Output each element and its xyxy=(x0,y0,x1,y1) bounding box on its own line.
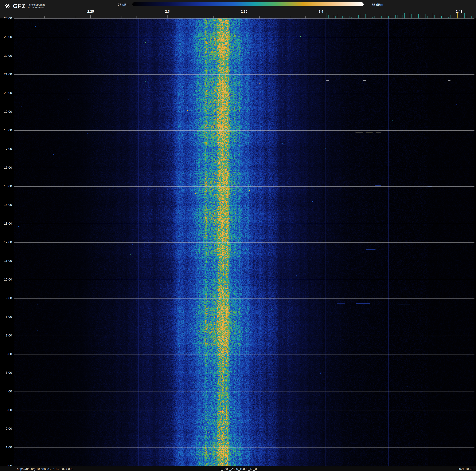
activity-tick xyxy=(379,15,379,18)
activity-tick xyxy=(421,15,421,18)
dataset-id-label: 1_2200_2500_10000_40_0 xyxy=(219,467,257,471)
colorbar-min-label: -75 dBm xyxy=(116,3,129,7)
activity-tick xyxy=(338,14,338,18)
hour-gridline xyxy=(14,280,475,280)
activity-tick xyxy=(393,15,393,18)
activity-tick xyxy=(462,15,462,18)
activity-tick xyxy=(331,15,331,18)
frequency-minor-tick xyxy=(167,15,168,18)
activity-tick xyxy=(333,15,333,18)
gfz-logo: GFZ Helmholtz Centre for Geosciences xyxy=(4,2,45,10)
activity-tick xyxy=(446,15,446,18)
gfz-logo-subtitle-line1: Helmholtz Centre xyxy=(28,3,45,6)
activity-tick xyxy=(460,15,460,18)
activity-tick xyxy=(441,16,442,18)
activity-tick xyxy=(469,14,469,18)
time-tick-label: 19:00 xyxy=(0,109,12,113)
activity-tick xyxy=(326,13,326,18)
activity-tick xyxy=(455,17,455,18)
time-tick-label: 5:00 xyxy=(0,371,12,375)
activity-tick xyxy=(448,17,448,18)
activity-tick xyxy=(374,16,375,18)
date-label: 2024-10-28 xyxy=(458,467,473,471)
hour-gridline xyxy=(14,205,475,205)
hour-gridline xyxy=(14,130,475,131)
time-tick-label: 22:00 xyxy=(0,54,12,57)
gfz-logo-text: GFZ xyxy=(13,3,26,9)
colorbar-max-label: -55 dBm xyxy=(370,3,383,7)
gfz-logo-icon xyxy=(4,2,11,10)
time-tick-label: 21:00 xyxy=(0,72,12,76)
activity-tick xyxy=(439,14,439,18)
activity-tick xyxy=(372,17,373,18)
time-tick-label: 15:00 xyxy=(0,184,12,188)
hour-gridline xyxy=(14,168,475,168)
hour-gridline xyxy=(14,429,475,429)
activity-tick xyxy=(352,17,352,18)
activity-tick xyxy=(423,16,423,18)
frequency-minor-tick xyxy=(290,17,290,18)
activity-tick xyxy=(388,17,389,18)
frequency-minor-tick xyxy=(213,17,214,18)
time-tick-label: 11:00 xyxy=(0,259,12,263)
activity-tick xyxy=(340,17,340,18)
time-tick-label: 17:00 xyxy=(0,147,12,151)
activity-tick xyxy=(402,15,402,18)
activity-tick xyxy=(377,15,377,18)
activity-tick xyxy=(365,14,366,18)
time-tick-label: 20:00 xyxy=(0,91,12,95)
time-tick-label: 10:00 xyxy=(0,277,12,281)
activity-tick xyxy=(453,17,453,18)
frequency-tick-row xyxy=(0,11,476,18)
activity-tick xyxy=(430,17,430,18)
activity-tick xyxy=(395,15,395,18)
frequency-minor-tick xyxy=(229,17,229,18)
time-tick-label: 8:00 xyxy=(0,315,12,319)
activity-tick xyxy=(432,13,432,18)
hour-gridline xyxy=(14,74,475,75)
activity-tick xyxy=(471,17,472,18)
frequency-minor-tick xyxy=(60,17,60,18)
activity-tick xyxy=(409,13,409,18)
activity-tick xyxy=(368,17,368,18)
hour-gridline xyxy=(14,336,475,336)
frequency-minor-tick xyxy=(306,17,306,18)
frequency-minor-tick xyxy=(259,17,260,18)
activity-tick xyxy=(443,15,444,18)
hour-gridline xyxy=(14,317,475,317)
activity-tick xyxy=(416,14,416,18)
activity-tick xyxy=(411,14,412,18)
hour-gridline xyxy=(14,224,475,224)
frequency-minor-tick xyxy=(275,17,275,18)
activity-tick xyxy=(386,14,386,18)
time-tick-label: 2:00 xyxy=(0,427,12,430)
time-tick-label: 23:00 xyxy=(0,35,12,39)
hour-gridline xyxy=(14,448,475,448)
activity-tick xyxy=(398,15,398,18)
time-tick-label: 9:00 xyxy=(0,296,12,300)
hour-gridline xyxy=(14,242,475,243)
activity-tick xyxy=(356,17,357,18)
activity-tick xyxy=(342,16,342,18)
frequency-minor-tick xyxy=(44,17,45,18)
hour-gridline xyxy=(14,37,475,37)
time-tick-label: 6:00 xyxy=(0,352,12,356)
doi-link[interactable]: https://doi.org/10.5880/GFZ.1.2.2024.003 xyxy=(17,467,73,471)
activity-tick xyxy=(391,16,391,18)
frequency-minor-tick xyxy=(183,17,183,18)
activity-tick xyxy=(328,15,329,18)
activity-tick xyxy=(427,16,428,18)
time-tick-label: 7:00 xyxy=(0,333,12,337)
hour-gridline xyxy=(14,18,475,19)
activity-tick xyxy=(345,16,345,18)
spectrogram-plot xyxy=(14,18,475,466)
activity-tick xyxy=(349,17,349,18)
frequency-minor-tick xyxy=(121,17,121,18)
time-tick-label: 24:00 xyxy=(0,17,12,20)
frequency-minor-tick xyxy=(75,17,75,18)
hour-gridline xyxy=(14,410,475,410)
frequency-minor-tick xyxy=(152,17,152,18)
frequency-minor-tick xyxy=(321,15,321,18)
hour-gridline xyxy=(14,186,475,187)
activity-tick xyxy=(464,13,465,18)
